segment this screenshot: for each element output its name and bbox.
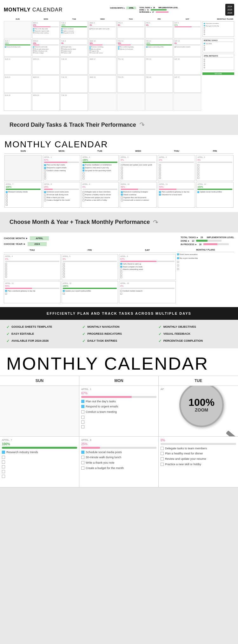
stat-total-value: 29	[201, 236, 203, 238]
table-row	[117, 93, 145, 111]
table-row: MON 22	[32, 75, 60, 93]
big-title-light: CALENDAR	[98, 353, 209, 373]
plan-checkbox-2	[204, 25, 205, 26]
table-row: APRIL, 9 0% Delegate tasks to team membe…	[81, 182, 119, 208]
arrow-icon-1: ↷	[139, 121, 145, 129]
table-row: TUE 16	[60, 57, 88, 75]
checkbox	[2, 470, 5, 473]
list-item	[204, 63, 233, 64]
ctrl-month-value: APRIL	[30, 236, 49, 240]
checkbox	[120, 276, 122, 278]
done-badge: 5/6 DONE	[202, 72, 234, 75]
checkbox	[5, 271, 7, 272]
table-row	[4, 21, 31, 38]
goal-text-1: Save $500	[206, 43, 212, 44]
zoom-text: 100%	[188, 397, 215, 407]
inprocess-row: IN PROCESS ► 16	[181, 243, 234, 245]
birthdays-section: APRIL BIRTHDAYS	[202, 54, 234, 70]
list-item	[204, 49, 233, 51]
birthday-5	[204, 67, 205, 68]
features-section: ✓ GOOGLE SHEETS TEMPLATE ✓ MONTHLY NAVIG…	[0, 320, 238, 348]
check-icon-1: ✓	[6, 325, 10, 329]
list-item	[204, 47, 233, 49]
feature-text-4: EASY EDITABLE	[11, 332, 34, 336]
section-small-calendar: MONTHLY CALENDAR CHOOSE MONTH ► APRIL TO…	[0, 0, 238, 115]
choose-month-label: CHOOSE MONTH ►	[110, 7, 125, 9]
list-item: Finish home renovation	[177, 253, 235, 256]
checkbox	[83, 191, 84, 193]
big-title-area: MONTHLY CALENDAR	[0, 348, 238, 376]
checkbox	[83, 178, 84, 179]
table-row: APRIL, 7 100% Research industry trends	[0, 437, 79, 487]
zoom-circle: 100% ZOOM	[179, 386, 224, 427]
features-grid: ✓ GOOGLE SHEETS TEMPLATE ✓ MONTHLY NAVIG…	[6, 325, 232, 343]
banner-section: EFFICIENTLY PLAN AND TRACK TASKS ACROSS …	[0, 307, 238, 320]
big-day-sun: SUN	[0, 376, 79, 386]
check-icon-5: ✓	[82, 332, 85, 336]
table-row: THU 4 0%	[117, 21, 145, 38]
list-item	[177, 264, 235, 266]
big-title-bold: MONTHLY	[6, 353, 98, 373]
checkbox	[44, 194, 46, 196]
section-big-calendar: MONTHLY CALENDAR SUN MON TUE APRIL, 1 67…	[0, 348, 238, 487]
table-row: MON 15	[32, 57, 60, 75]
checkbox	[63, 268, 65, 270]
table-row: TUE 23	[60, 75, 88, 93]
table-row: APRIL, 1 67% Plan out the day's tasks Re…	[79, 386, 159, 437]
table-row	[174, 93, 201, 111]
checkbox	[121, 199, 123, 201]
ctrl-day-thu: THU	[4, 249, 61, 252]
medium-weeks: APRIL, 1 67% Plan out the day's tasks Re…	[4, 155, 234, 208]
feature-text-3: MONTHLY OBJECTIVES	[163, 325, 196, 329]
checkbox	[120, 274, 122, 276]
medium-days-header: SUN MON TUE WED THU FRI	[4, 150, 234, 154]
done-label: DONE ►	[139, 9, 146, 11]
checkbox	[120, 293, 122, 295]
total-tasks-row: TOTAL TASKS ► 29 IMPLEMENTATION LEVEL	[181, 236, 234, 238]
checkbox	[2, 456, 5, 459]
checkbox	[177, 268, 179, 270]
list-item: Buy a gym membership	[177, 257, 235, 259]
checkbox	[120, 290, 122, 292]
birthday-2	[204, 61, 205, 62]
checkbox	[81, 461, 84, 464]
table-row: TUE 30	[60, 93, 88, 111]
table-row: APRIL, 8 25% Schedule social media posts…	[43, 182, 80, 208]
checkbox	[5, 293, 7, 295]
checkbox	[44, 164, 46, 166]
feature-text-2: MONTHLY NAVIGATION	[87, 325, 119, 329]
checkbox	[2, 451, 5, 454]
ctrl-calendar-layout: THU FRI SAT APRIL, 4 0%	[4, 249, 234, 303]
checkbox	[63, 273, 65, 275]
table-row	[0, 386, 79, 437]
calendar-grid-small: SUN MON TUE WED THU FRI SAT MON 1 67% Pl…	[4, 18, 234, 111]
big-day-mon: MON	[79, 376, 159, 386]
checkbox	[159, 174, 161, 176]
checkbox	[177, 257, 179, 259]
checkbox	[63, 293, 65, 295]
cal-week-1: MON 1 67% Plan out the day's tasks Respo…	[4, 21, 201, 38]
goal-checkbox-3	[204, 47, 205, 49]
zoom-handle	[226, 430, 238, 437]
goal-checkbox-4	[204, 49, 205, 50]
ctrl-week-1: APRIL, 4 0% APRIL, 5 0%	[4, 254, 176, 280]
table-row	[89, 93, 116, 111]
table-row: APRIL, 5 0%	[196, 155, 234, 181]
stat-done-label: DONE ►	[181, 240, 190, 242]
birthdays-title: APRIL BIRTHDAYS	[204, 55, 233, 57]
checkbox	[63, 276, 65, 278]
choose-month-value: APRIL	[126, 7, 136, 9]
plan-checkbox-1	[204, 23, 205, 24]
big-days-header: SUN MON TUE	[0, 376, 238, 386]
monthly-plans-label: MONTHLY PLANS	[202, 18, 234, 20]
checkbox	[6, 199, 8, 201]
med-day-thu: THU	[158, 150, 195, 152]
table-row: APRIL, 13 0% Conduct market research	[119, 281, 176, 303]
table-row: 0% Delegate tasks to team members Plan a…	[159, 437, 238, 487]
checkbox	[121, 191, 123, 193]
checkbox	[197, 191, 199, 193]
goals-title: MONTHLY GOALS	[204, 39, 233, 42]
impl-level-label: IMPLEMENTATION LEVEL	[158, 7, 178, 9]
inprocess-label: IN PROCESS ►	[139, 11, 151, 13]
table-row: APRIL, 4 0%	[158, 155, 195, 181]
